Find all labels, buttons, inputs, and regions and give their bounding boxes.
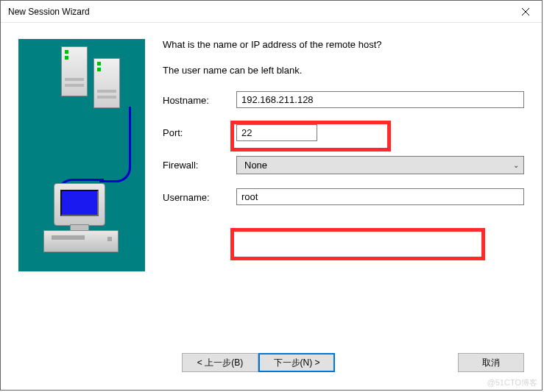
titlebar: New Session Wizard: [1, 1, 542, 23]
wizard-button-row: < 上一步(B) 下一步(N) > 取消: [1, 353, 542, 374]
next-button-label: 下一步(N) >: [274, 357, 320, 369]
close-button[interactable]: [509, 1, 542, 22]
username-row: Username:: [163, 188, 524, 207]
wizard-content: What is the name or IP address of the re…: [163, 39, 524, 338]
back-button[interactable]: < 上一步(B): [182, 353, 258, 372]
chevron-down-icon: ⌄: [513, 161, 519, 169]
hostname-row: Hostname:: [163, 90, 524, 110]
firewall-label: Firewall:: [163, 160, 236, 171]
hostname-input[interactable]: [236, 91, 524, 108]
page-heading: What is the name or IP address of the re…: [163, 39, 524, 50]
nav-buttons: < 上一步(B) 下一步(N) >: [182, 353, 335, 372]
username-label: Username:: [163, 192, 236, 203]
port-row: Port:: [163, 123, 524, 142]
close-icon: [522, 8, 529, 15]
username-input[interactable]: [236, 188, 524, 205]
next-button[interactable]: 下一步(N) >: [258, 353, 335, 372]
cancel-button-label: 取消: [482, 357, 500, 369]
wizard-body: What is the name or IP address of the re…: [1, 23, 542, 390]
wizard-window: New Session Wizard: [0, 0, 543, 391]
port-input[interactable]: [236, 124, 317, 141]
watermark: @51CTO博客: [487, 377, 537, 388]
page-subheading: The user name can be left blank.: [163, 65, 524, 76]
firewall-select[interactable]: None ⌄: [236, 156, 524, 174]
firewall-selected-value: None: [244, 160, 267, 171]
cancel-button[interactable]: 取消: [458, 353, 524, 372]
hostname-label: Hostname:: [163, 95, 236, 106]
back-button-label: < 上一步(B): [197, 357, 243, 369]
wizard-illustration: [18, 39, 145, 271]
port-label: Port:: [163, 127, 236, 138]
window-title: New Session Wizard: [8, 7, 90, 17]
firewall-row: Firewall: None ⌄: [163, 155, 524, 174]
